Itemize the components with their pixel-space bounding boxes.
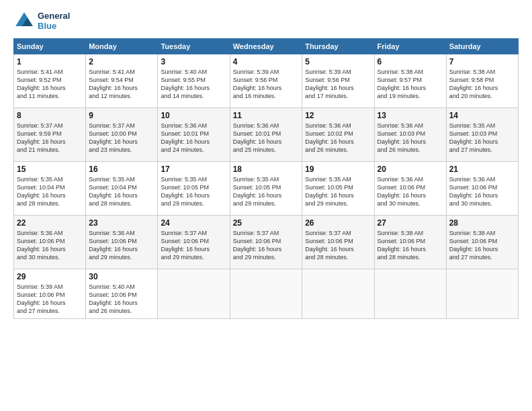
- day-number: 3: [161, 57, 226, 66]
- day-info: Sunrise: 5:40 AM Sunset: 10:06 PM Daylig…: [89, 283, 154, 316]
- day-info: Sunrise: 5:36 AM Sunset: 10:06 PM Daylig…: [449, 175, 515, 208]
- day-info: Sunrise: 5:36 AM Sunset: 10:06 PM Daylig…: [17, 229, 83, 262]
- day-number: 8: [17, 111, 83, 120]
- day-info: Sunrise: 5:38 AM Sunset: 10:06 PM Daylig…: [449, 229, 515, 262]
- logo: General Blue: [13, 10, 70, 32]
- calendar-cell: 8Sunrise: 5:37 AM Sunset: 9:59 PM Daylig…: [14, 108, 86, 162]
- day-info: Sunrise: 5:37 AM Sunset: 9:59 PM Dayligh…: [17, 122, 83, 154]
- calendar-cell: [230, 269, 302, 319]
- calendar-cell: 14Sunrise: 5:35 AM Sunset: 10:03 PM Dayl…: [446, 108, 518, 162]
- day-number: 11: [233, 111, 299, 120]
- calendar-cell: [158, 269, 230, 319]
- day-info: Sunrise: 5:39 AM Sunset: 9:56 PM Dayligh…: [305, 68, 371, 101]
- calendar-cell: 29Sunrise: 5:39 AM Sunset: 10:06 PM Dayl…: [14, 269, 86, 319]
- calendar-cell: 24Sunrise: 5:37 AM Sunset: 10:06 PM Dayl…: [158, 216, 230, 269]
- calendar-cell: 6Sunrise: 5:38 AM Sunset: 9:57 PM Daylig…: [374, 54, 446, 108]
- day-number: 26: [305, 218, 371, 228]
- calendar-cell: 23Sunrise: 5:36 AM Sunset: 10:06 PM Dayl…: [86, 216, 158, 269]
- day-number: 24: [161, 218, 226, 228]
- calendar-cell: 20Sunrise: 5:36 AM Sunset: 10:06 PM Dayl…: [374, 162, 446, 216]
- day-number: 27: [378, 218, 443, 228]
- calendar-cell: 13Sunrise: 5:36 AM Sunset: 10:03 PM Dayl…: [374, 108, 446, 162]
- calendar-cell: 1Sunrise: 5:41 AM Sunset: 9:52 PM Daylig…: [14, 54, 86, 108]
- calendar-cell: 19Sunrise: 5:35 AM Sunset: 10:05 PM Dayl…: [302, 162, 374, 216]
- calendar-cell: 25Sunrise: 5:37 AM Sunset: 10:06 PM Dayl…: [230, 216, 302, 269]
- day-number: 28: [449, 218, 515, 228]
- day-info: Sunrise: 5:40 AM Sunset: 9:55 PM Dayligh…: [161, 68, 226, 101]
- header: General Blue: [13, 10, 519, 32]
- calendar-cell: 7Sunrise: 5:38 AM Sunset: 9:58 PM Daylig…: [446, 54, 518, 108]
- day-info: Sunrise: 5:35 AM Sunset: 10:04 PM Daylig…: [17, 175, 83, 208]
- day-number: 30: [89, 272, 154, 281]
- calendar-cell: 27Sunrise: 5:38 AM Sunset: 10:06 PM Dayl…: [374, 216, 446, 269]
- calendar-header-row: SundayMondayTuesdayWednesdayThursdayFrid…: [14, 39, 519, 54]
- calendar-week-row: 8Sunrise: 5:37 AM Sunset: 9:59 PM Daylig…: [14, 108, 519, 162]
- day-info: Sunrise: 5:36 AM Sunset: 10:01 PM Daylig…: [233, 122, 299, 154]
- day-number: 13: [378, 111, 443, 120]
- calendar-cell: 4Sunrise: 5:39 AM Sunset: 9:56 PM Daylig…: [230, 54, 302, 108]
- day-number: 10: [161, 111, 226, 120]
- day-info: Sunrise: 5:37 AM Sunset: 10:06 PM Daylig…: [305, 229, 371, 262]
- calendar-cell: 12Sunrise: 5:36 AM Sunset: 10:02 PM Dayl…: [302, 108, 374, 162]
- day-number: 7: [449, 57, 515, 66]
- calendar-cell: [446, 269, 518, 319]
- calendar-week-row: 22Sunrise: 5:36 AM Sunset: 10:06 PM Dayl…: [14, 216, 519, 269]
- calendar-header-tuesday: Tuesday: [158, 39, 230, 54]
- calendar-cell: 21Sunrise: 5:36 AM Sunset: 10:06 PM Dayl…: [446, 162, 518, 216]
- logo-icon: [13, 10, 35, 32]
- day-number: 17: [161, 165, 226, 174]
- day-number: 25: [233, 218, 299, 228]
- calendar-cell: 30Sunrise: 5:40 AM Sunset: 10:06 PM Dayl…: [86, 269, 158, 319]
- day-info: Sunrise: 5:37 AM Sunset: 10:06 PM Daylig…: [233, 229, 299, 262]
- calendar-header-saturday: Saturday: [446, 39, 518, 54]
- day-number: 5: [305, 57, 371, 66]
- calendar-cell: [302, 269, 374, 319]
- page: General Blue SundayMondayTuesdayWednesda…: [0, 0, 532, 411]
- calendar-cell: 26Sunrise: 5:37 AM Sunset: 10:06 PM Dayl…: [302, 216, 374, 269]
- day-number: 9: [89, 111, 154, 120]
- day-info: Sunrise: 5:38 AM Sunset: 9:58 PM Dayligh…: [449, 68, 515, 101]
- day-info: Sunrise: 5:37 AM Sunset: 10:06 PM Daylig…: [161, 229, 226, 262]
- calendar-header-friday: Friday: [374, 39, 446, 54]
- day-info: Sunrise: 5:38 AM Sunset: 9:57 PM Dayligh…: [378, 68, 443, 101]
- day-info: Sunrise: 5:36 AM Sunset: 10:06 PM Daylig…: [378, 175, 443, 208]
- calendar-cell: 3Sunrise: 5:40 AM Sunset: 9:55 PM Daylig…: [158, 54, 230, 108]
- day-info: Sunrise: 5:35 AM Sunset: 10:03 PM Daylig…: [449, 122, 515, 154]
- calendar-cell: 15Sunrise: 5:35 AM Sunset: 10:04 PM Dayl…: [14, 162, 86, 216]
- day-info: Sunrise: 5:37 AM Sunset: 10:00 PM Daylig…: [89, 122, 154, 154]
- day-info: Sunrise: 5:36 AM Sunset: 10:06 PM Daylig…: [89, 229, 154, 262]
- calendar-header-wednesday: Wednesday: [230, 39, 302, 54]
- calendar-cell: 2Sunrise: 5:41 AM Sunset: 9:54 PM Daylig…: [86, 54, 158, 108]
- calendar-cell: 18Sunrise: 5:35 AM Sunset: 10:05 PM Dayl…: [230, 162, 302, 216]
- calendar-cell: 11Sunrise: 5:36 AM Sunset: 10:01 PM Dayl…: [230, 108, 302, 162]
- day-info: Sunrise: 5:35 AM Sunset: 10:05 PM Daylig…: [305, 175, 371, 208]
- logo-text: General Blue: [38, 11, 70, 31]
- day-info: Sunrise: 5:35 AM Sunset: 10:05 PM Daylig…: [233, 175, 299, 208]
- calendar-header-monday: Monday: [86, 39, 158, 54]
- day-info: Sunrise: 5:35 AM Sunset: 10:04 PM Daylig…: [89, 175, 154, 208]
- day-info: Sunrise: 5:39 AM Sunset: 10:06 PM Daylig…: [17, 283, 83, 316]
- day-number: 12: [305, 111, 371, 120]
- day-info: Sunrise: 5:35 AM Sunset: 10:05 PM Daylig…: [161, 175, 226, 208]
- day-number: 16: [89, 165, 154, 174]
- calendar-cell: 16Sunrise: 5:35 AM Sunset: 10:04 PM Dayl…: [86, 162, 158, 216]
- day-number: 18: [233, 165, 299, 174]
- calendar-cell: 10Sunrise: 5:36 AM Sunset: 10:01 PM Dayl…: [158, 108, 230, 162]
- day-info: Sunrise: 5:36 AM Sunset: 10:03 PM Daylig…: [378, 122, 443, 154]
- day-number: 22: [17, 218, 83, 228]
- day-number: 4: [233, 57, 299, 66]
- day-number: 6: [378, 57, 443, 66]
- day-number: 21: [449, 165, 515, 174]
- calendar-cell: 9Sunrise: 5:37 AM Sunset: 10:00 PM Dayli…: [86, 108, 158, 162]
- day-number: 19: [305, 165, 371, 174]
- calendar-cell: [374, 269, 446, 319]
- calendar-week-row: 1Sunrise: 5:41 AM Sunset: 9:52 PM Daylig…: [14, 54, 519, 108]
- day-info: Sunrise: 5:41 AM Sunset: 9:54 PM Dayligh…: [89, 68, 154, 101]
- day-number: 20: [378, 165, 443, 174]
- day-number: 15: [17, 165, 83, 174]
- calendar-cell: 28Sunrise: 5:38 AM Sunset: 10:06 PM Dayl…: [446, 216, 518, 269]
- day-info: Sunrise: 5:36 AM Sunset: 10:02 PM Daylig…: [305, 122, 371, 154]
- calendar-cell: 17Sunrise: 5:35 AM Sunset: 10:05 PM Dayl…: [158, 162, 230, 216]
- day-number: 2: [89, 57, 154, 66]
- calendar-week-row: 15Sunrise: 5:35 AM Sunset: 10:04 PM Dayl…: [14, 162, 519, 216]
